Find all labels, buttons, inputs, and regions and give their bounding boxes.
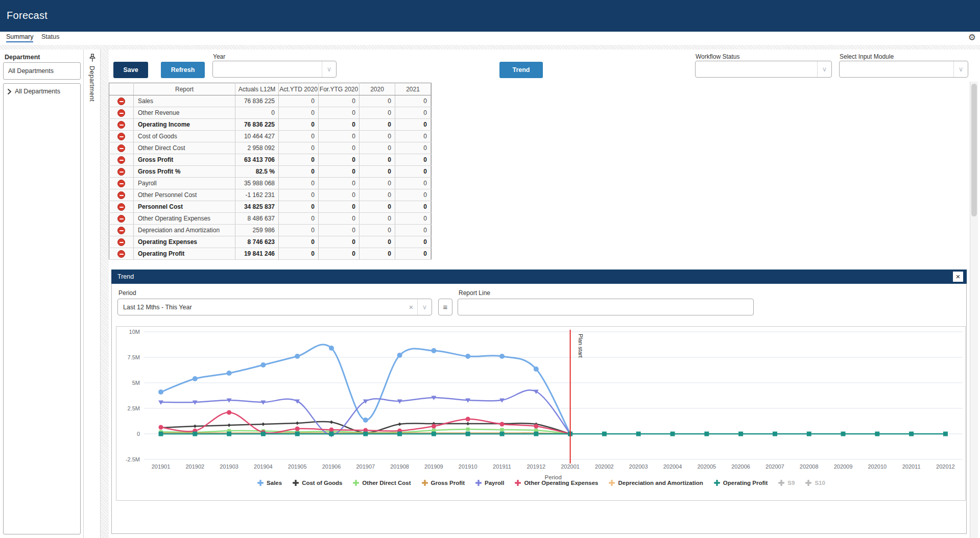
close-icon[interactable]: × <box>953 272 963 282</box>
value-cell: 2 958 092 <box>235 142 279 154</box>
remove-row-icon[interactable] <box>117 156 125 164</box>
select-input-module-label: Select Input Module <box>840 53 894 60</box>
plus-marker-icon <box>257 480 264 486</box>
tab-summary[interactable]: Summary <box>6 33 33 42</box>
trend-chart-svg: 10M7.5M5M2.5M0-2.5M201901201902201903201… <box>116 327 965 500</box>
trend-button[interactable]: Trend <box>499 62 543 78</box>
table-row: Operating Income76 836 2250000 <box>109 119 432 131</box>
chevron-down-icon[interactable]: ∨ <box>953 61 968 77</box>
gear-icon[interactable]: ⚙ <box>968 32 976 43</box>
legend-item[interactable]: Gross Profit <box>422 480 465 486</box>
svg-text:202009: 202009 <box>834 463 853 470</box>
vertical-scrollbar[interactable] <box>970 82 978 538</box>
column-header <box>109 83 134 95</box>
tree-item-all-departments[interactable]: All Departments <box>8 88 60 95</box>
value-cell: 0 <box>319 154 360 166</box>
hamburger-icon: ≡ <box>443 303 448 311</box>
legend-label: Cost of Goods <box>302 480 342 486</box>
svg-text:-2.5M: -2.5M <box>126 456 140 462</box>
column-header: 2020 <box>360 83 395 95</box>
value-cell: 0 <box>360 178 395 189</box>
remove-row-icon[interactable] <box>117 215 125 223</box>
period-dropdown[interactable]: Last 12 Mths - This Year × ∨ <box>117 299 432 315</box>
table-row: Personnel Cost34 825 8370000 <box>109 201 432 213</box>
value-cell: 0 <box>319 248 360 260</box>
remove-row-icon[interactable] <box>117 227 125 234</box>
svg-text:201904: 201904 <box>254 463 273 470</box>
report-name-cell: Cost of Goods <box>134 131 235 142</box>
save-button[interactable]: Save <box>113 62 148 78</box>
value-cell: 0 <box>360 201 395 213</box>
report-name-cell: Operating Expenses <box>134 236 235 248</box>
legend-item[interactable]: Cost of Goods <box>293 480 342 486</box>
remove-row-icon[interactable] <box>117 238 125 246</box>
svg-text:202003: 202003 <box>629 463 648 470</box>
period-menu-button[interactable]: ≡ <box>438 299 452 315</box>
remove-row-icon[interactable] <box>117 133 125 140</box>
value-cell: 0 <box>319 131 360 142</box>
value-cell: 0 <box>360 166 395 178</box>
value-cell: 76 836 225 <box>235 95 279 107</box>
legend-item[interactable]: S9 <box>778 480 795 486</box>
value-cell: 0 <box>319 178 360 189</box>
chevron-down-icon[interactable]: ∨ <box>817 61 831 77</box>
value-cell: 0 <box>360 189 395 201</box>
horizontal-divider <box>0 45 980 50</box>
value-cell: 19 841 246 <box>235 248 279 260</box>
scrollbar-thumb[interactable] <box>971 84 977 216</box>
svg-text:202001: 202001 <box>561 463 580 470</box>
value-cell: 0 <box>279 189 319 201</box>
report-name-cell: Gross Profit % <box>134 166 235 178</box>
svg-text:5M: 5M <box>132 380 140 386</box>
refresh-button[interactable]: Refresh <box>161 62 205 78</box>
chevron-down-icon[interactable]: ∨ <box>417 299 432 315</box>
remove-row-icon[interactable] <box>117 180 125 187</box>
value-cell: 0 <box>395 142 431 154</box>
value-cell: 0 <box>360 119 395 131</box>
legend-label: Operating Profit <box>723 480 768 486</box>
value-cell: 0 <box>319 225 360 236</box>
remove-row-icon[interactable] <box>117 250 125 258</box>
select-input-module-dropdown[interactable]: ∨ <box>839 61 968 78</box>
legend-item[interactable]: Operating Profit <box>714 480 768 486</box>
remove-row-icon[interactable] <box>117 191 125 199</box>
remove-row-icon[interactable] <box>117 121 125 129</box>
year-dropdown[interactable]: ∨ <box>212 61 337 78</box>
column-header: Report <box>134 83 235 95</box>
value-cell: -1 162 231 <box>235 189 279 201</box>
report-line-input[interactable] <box>458 299 754 315</box>
svg-text:10M: 10M <box>129 329 140 335</box>
value-cell: 0 <box>319 213 360 225</box>
clear-icon[interactable]: × <box>405 303 417 311</box>
svg-text:Plan start: Plan start <box>578 334 584 357</box>
legend-item[interactable]: S10 <box>805 480 825 486</box>
chevron-down-icon[interactable]: ∨ <box>322 61 336 77</box>
value-cell: 0 <box>279 213 319 225</box>
svg-text:202002: 202002 <box>595 463 614 470</box>
value-cell: 0 <box>360 107 395 119</box>
remove-row-icon[interactable] <box>117 109 125 117</box>
column-header: Actuals L12M <box>235 83 279 95</box>
tab-status[interactable]: Status <box>41 33 59 40</box>
pin-strip-label[interactable]: Department <box>88 66 95 102</box>
department-filter-input[interactable]: All Departments <box>3 62 81 80</box>
department-tree: All Departments <box>3 83 81 534</box>
remove-row-icon[interactable] <box>117 168 125 176</box>
value-cell: 0 <box>395 225 431 236</box>
value-cell: 0 <box>395 213 431 225</box>
legend-item[interactable]: Payroll <box>475 480 504 486</box>
legend-item[interactable]: Other Direct Cost <box>353 480 411 486</box>
remove-row-icon[interactable] <box>117 203 125 211</box>
table-row: Cost of Goods10 464 4270000 <box>109 131 432 142</box>
workflow-status-dropdown[interactable]: ∨ <box>695 61 832 78</box>
pushpin-icon[interactable] <box>89 54 96 64</box>
column-header: 2021 <box>395 83 431 95</box>
legend-item[interactable]: Sales <box>257 480 282 486</box>
report-name-cell: Other Operating Expenses <box>134 213 235 225</box>
remove-row-icon[interactable] <box>117 97 125 105</box>
remove-row-icon[interactable] <box>117 144 125 152</box>
trend-panel-header: Trend × <box>111 270 967 284</box>
value-cell: 0 <box>395 178 431 189</box>
legend-item[interactable]: Other Operating Expenses <box>515 480 598 486</box>
legend-item[interactable]: Depreciation and Amortization <box>609 480 703 486</box>
